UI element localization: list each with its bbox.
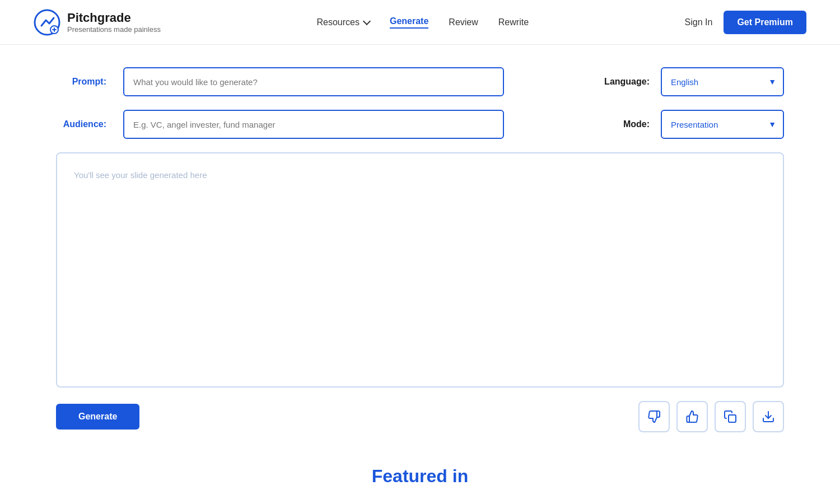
output-placeholder: You'll see your slide generated here bbox=[74, 170, 207, 180]
thumbs-up-button[interactable] bbox=[676, 401, 708, 432]
svg-rect-4 bbox=[729, 415, 736, 422]
language-select[interactable]: English Spanish French German Chinese Ja… bbox=[661, 67, 784, 96]
audience-label: Audience: bbox=[56, 119, 106, 129]
audience-input[interactable] bbox=[123, 110, 504, 139]
prompt-row: Prompt: Language: English Spanish French… bbox=[56, 67, 784, 96]
copy-button[interactable] bbox=[715, 401, 746, 432]
resources-chevron-icon bbox=[363, 17, 371, 25]
download-icon bbox=[762, 410, 775, 423]
language-label: Language: bbox=[604, 77, 650, 87]
navbar: Pitchgrade Presentations made painless R… bbox=[0, 0, 840, 45]
thumbs-up-icon bbox=[685, 410, 699, 423]
get-premium-button[interactable]: Get Premium bbox=[724, 11, 806, 34]
prompt-input[interactable] bbox=[123, 67, 504, 96]
footer-teaser-text: Featured in bbox=[372, 466, 468, 486]
copy-icon bbox=[724, 410, 737, 423]
nav-actions: Sign In Get Premium bbox=[685, 11, 806, 34]
brand-name: Pitchgrade bbox=[67, 11, 161, 25]
language-group: Language: English Spanish French German … bbox=[604, 67, 784, 96]
footer-teaser: Featured in bbox=[56, 466, 784, 504]
mode-label: Mode: bbox=[623, 119, 650, 129]
mode-group: Mode: Presentation Document Summary ▼ bbox=[623, 110, 784, 139]
thumbs-down-button[interactable] bbox=[638, 401, 670, 432]
nav-rewrite[interactable]: Rewrite bbox=[498, 17, 529, 27]
output-area: You'll see your slide generated here bbox=[56, 152, 784, 388]
bottom-actions: Generate bbox=[56, 401, 784, 432]
mode-select-wrapper: Presentation Document Summary ▼ bbox=[661, 110, 784, 139]
nav-resources[interactable]: Resources bbox=[316, 17, 369, 27]
main-content: Prompt: Language: English Spanish French… bbox=[0, 45, 840, 504]
download-button[interactable] bbox=[753, 401, 784, 432]
main-nav: Resources Generate Review Rewrite bbox=[316, 16, 529, 29]
generate-button[interactable]: Generate bbox=[56, 404, 139, 430]
thumbs-down-icon bbox=[647, 410, 661, 423]
action-icons-group bbox=[638, 401, 784, 432]
brand-logo-link[interactable]: Pitchgrade Presentations made painless bbox=[34, 9, 161, 36]
language-select-wrapper: English Spanish French German Chinese Ja… bbox=[661, 67, 784, 96]
nav-generate[interactable]: Generate bbox=[390, 16, 428, 29]
audience-row: Audience: Mode: Presentation Document Su… bbox=[56, 110, 784, 139]
sign-in-button[interactable]: Sign In bbox=[685, 17, 713, 27]
brand-tagline: Presentations made painless bbox=[67, 25, 161, 34]
nav-review[interactable]: Review bbox=[449, 17, 478, 27]
brand-text: Pitchgrade Presentations made painless bbox=[67, 11, 161, 34]
brand-logo-icon bbox=[34, 9, 60, 36]
mode-select[interactable]: Presentation Document Summary bbox=[661, 110, 784, 139]
prompt-label: Prompt: bbox=[56, 77, 106, 87]
